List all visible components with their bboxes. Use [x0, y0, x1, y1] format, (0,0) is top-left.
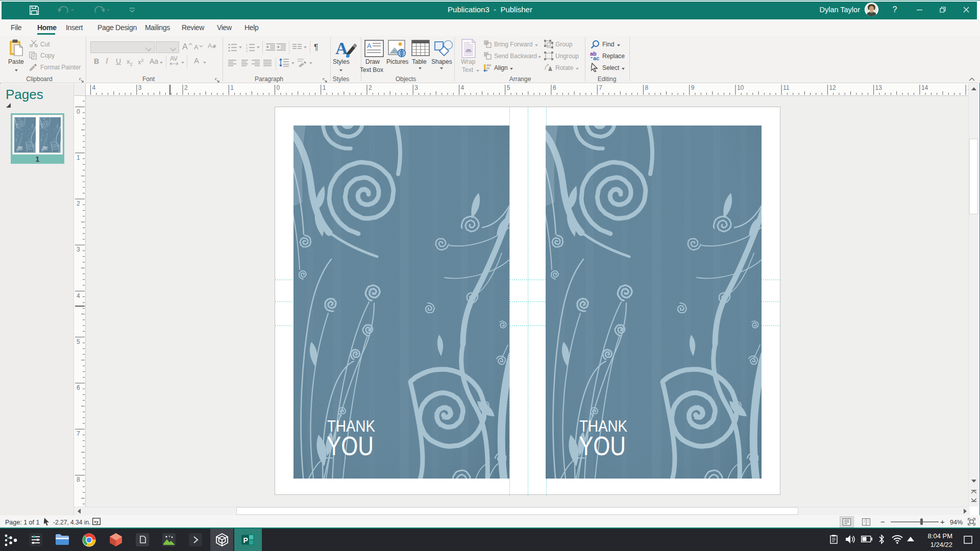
svg-text:A: A	[335, 39, 348, 58]
svg-text:xy: xy	[94, 519, 99, 524]
svg-text:A: A	[367, 42, 372, 49]
svg-text:1: 1	[230, 84, 234, 91]
svg-text:2: 2	[77, 200, 80, 207]
svg-text:1: 1	[77, 154, 80, 161]
svg-text:0: 0	[277, 84, 280, 91]
svg-text:9: 9	[691, 84, 695, 91]
svg-text:5: 5	[77, 338, 80, 345]
svg-text:7: 7	[599, 84, 602, 91]
svg-text:A: A	[208, 42, 212, 49]
svg-text:ac: ac	[593, 55, 599, 61]
svg-text:2: 2	[369, 84, 372, 91]
svg-text:1: 1	[323, 84, 326, 91]
svg-text:11: 11	[783, 84, 790, 91]
svg-text:7: 7	[77, 430, 80, 437]
svg-text:6: 6	[553, 84, 556, 91]
svg-text:P: P	[243, 536, 248, 544]
svg-text:3: 3	[414, 84, 418, 91]
svg-text:3: 3	[246, 49, 248, 53]
svg-text:6: 6	[77, 384, 80, 391]
svg-text:13: 13	[875, 84, 883, 91]
svg-text:8: 8	[645, 84, 648, 91]
svg-text:4: 4	[461, 84, 464, 91]
svg-text:3: 3	[77, 246, 80, 253]
svg-text:5: 5	[507, 84, 510, 91]
svg-text:3: 3	[138, 84, 142, 91]
svg-text:12: 12	[829, 84, 836, 91]
svg-text:14: 14	[921, 84, 928, 91]
svg-text:0: 0	[77, 108, 80, 115]
svg-text:2: 2	[184, 84, 188, 91]
svg-text:8: 8	[77, 476, 80, 483]
svg-text:4: 4	[77, 292, 80, 299]
svg-text:10: 10	[737, 84, 744, 91]
svg-text:4: 4	[92, 84, 96, 91]
